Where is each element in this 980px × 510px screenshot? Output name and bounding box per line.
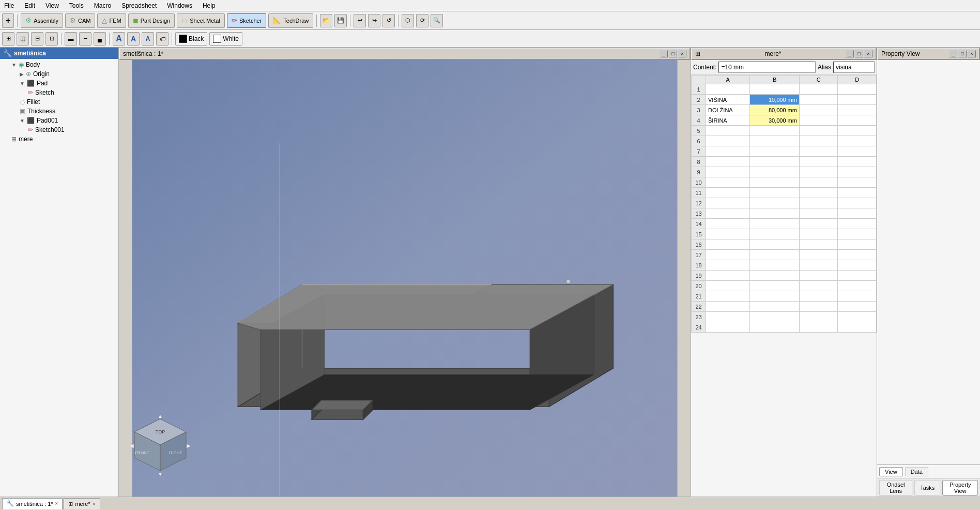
tab-smetisnica-close[interactable]: × [55, 501, 58, 506]
table-row[interactable]: 9 [692, 167, 877, 177]
cell-r24-c1[interactable] [750, 322, 800, 333]
cell-r15-c0[interactable] [706, 229, 750, 239]
cell-r19-c3[interactable] [838, 271, 877, 281]
menu-help[interactable]: Help [201, 1, 218, 10]
cell-r18-c0[interactable] [706, 260, 750, 271]
cell-r12-c2[interactable] [799, 198, 838, 208]
tree-item-fillet[interactable]: ◌ Fillet [18, 97, 117, 107]
cell-r22-c3[interactable] [838, 302, 877, 312]
viewport-close[interactable]: × [678, 50, 686, 57]
view-tab[interactable]: View [879, 467, 903, 476]
cell-r6-c1[interactable] [750, 136, 800, 146]
cell-r8-c0[interactable] [706, 157, 750, 167]
cell-r11-c3[interactable] [838, 188, 877, 198]
table-row[interactable]: 20 [692, 281, 877, 291]
cell-r20-c1[interactable] [750, 281, 800, 291]
undo-btn[interactable]: ↩ [354, 14, 366, 27]
cell-r10-c2[interactable] [799, 177, 838, 188]
body-expand-arrow[interactable]: ▼ [11, 62, 17, 68]
sketcher-button[interactable]: ✏ Sketcher [227, 13, 266, 28]
cell-r5-c0[interactable] [706, 126, 750, 136]
table-row[interactable]: 14 [692, 219, 877, 229]
cell-r16-c3[interactable] [838, 239, 877, 250]
cell-r6-c0[interactable] [706, 136, 750, 146]
col-D-header[interactable]: D [838, 76, 877, 84]
cell-r7-c1[interactable] [750, 146, 800, 157]
tree-content[interactable]: ▼ ◉ Body ▶ ⊕ Origin ▼ ⬛ Pad ✏ Sketch [0, 59, 118, 497]
cell-r24-c3[interactable] [838, 322, 877, 333]
viewport-maximize[interactable]: □ [669, 50, 677, 57]
table-row[interactable]: 7 [692, 146, 877, 157]
cell-r3-c0[interactable]: DOLŽINA [706, 105, 750, 115]
table-row[interactable]: 21 [692, 291, 877, 302]
right-minimize[interactable]: _ [949, 50, 957, 57]
cell-r12-c0[interactable] [706, 198, 750, 208]
tree-item-body[interactable]: ▼ ◉ Body [9, 60, 117, 69]
cell-r11-c2[interactable] [799, 188, 838, 198]
black-color-btn[interactable]: Black [175, 32, 207, 46]
cell-r3-c2[interactable] [799, 105, 838, 115]
medium-A-btn[interactable]: A [127, 32, 140, 46]
cell-r20-c2[interactable] [799, 281, 838, 291]
cell-r12-c3[interactable] [838, 198, 877, 208]
cell-r10-c1[interactable] [750, 177, 800, 188]
white-color-btn[interactable]: White [209, 32, 242, 46]
cell-r8-c3[interactable] [838, 157, 877, 167]
linewidth2-btn[interactable]: ━ [79, 32, 91, 46]
cell-r5-c1[interactable] [750, 126, 800, 136]
cell-r24-c0[interactable] [706, 322, 750, 333]
cell-r17-c1[interactable] [750, 250, 800, 260]
tag-btn[interactable]: 🏷 [156, 32, 169, 46]
cell-r4-c1[interactable]: 30,000 mm [750, 115, 800, 126]
cell-r10-c0[interactable] [706, 177, 750, 188]
table-row[interactable]: 6 [692, 136, 877, 146]
content-input[interactable] [718, 62, 816, 73]
layout2-btn[interactable]: ◫ [17, 32, 29, 46]
cell-r13-c3[interactable] [838, 208, 877, 219]
assembly-button[interactable]: ⚙ Assembly [21, 13, 63, 28]
tab-mere[interactable]: ⊞ mere* × [64, 498, 100, 509]
cell-r22-c1[interactable] [750, 302, 800, 312]
cell-r10-c3[interactable] [838, 177, 877, 188]
cell-r15-c2[interactable] [799, 229, 838, 239]
cell-r1-c2[interactable] [799, 84, 838, 95]
tree-item-thickness[interactable]: ▣ Thickness [18, 107, 117, 116]
cell-r16-c0[interactable] [706, 239, 750, 250]
tab-smetisnica[interactable]: 🔧 smetišnica : 1* × [2, 498, 63, 509]
refresh-btn[interactable]: ↺ [382, 14, 395, 27]
table-row[interactable]: 24 [692, 322, 877, 333]
cell-r6-c3[interactable] [838, 136, 877, 146]
cell-r14-c3[interactable] [838, 219, 877, 229]
table-row[interactable]: 15 [692, 229, 877, 239]
cell-r22-c0[interactable] [706, 302, 750, 312]
cell-r2-c1[interactable]: 10,000 mm [750, 95, 800, 105]
col-C-header[interactable]: C [799, 76, 838, 84]
small-A-btn[interactable]: A [142, 32, 154, 46]
table-row[interactable]: 8 [692, 157, 877, 167]
linewidth1-btn[interactable]: ▬ [65, 32, 77, 46]
sheet-grid[interactable]: A B C D 12VIŠINA10,000 mm3DOLŽINA80,000 … [691, 75, 877, 497]
cell-r18-c3[interactable] [838, 260, 877, 271]
pad001-expand-arrow[interactable]: ▼ [20, 118, 25, 124]
cell-r9-c3[interactable] [838, 167, 877, 177]
cell-r18-c2[interactable] [799, 260, 838, 271]
cell-r9-c0[interactable] [706, 167, 750, 177]
menu-spreadsheet[interactable]: Spreadsheet [119, 1, 159, 10]
cell-r11-c0[interactable] [706, 188, 750, 198]
cell-r20-c3[interactable] [838, 281, 877, 291]
rotate-btn[interactable]: ⟳ [416, 14, 428, 27]
cell-r16-c2[interactable] [799, 239, 838, 250]
viewport[interactable]: smetišnica : 1* _ □ × [119, 48, 691, 497]
tree-item-origin[interactable]: ▶ ⊕ Origin [18, 69, 117, 79]
cell-r14-c2[interactable] [799, 219, 838, 229]
pad-expand-arrow[interactable]: ▼ [20, 81, 25, 86]
cell-r7-c0[interactable] [706, 146, 750, 157]
table-row[interactable]: 12 [692, 198, 877, 208]
tree-item-sketch[interactable]: ✏ Sketch [26, 88, 117, 97]
linewidth3-btn[interactable]: ▄ [94, 32, 106, 46]
cell-r19-c1[interactable] [750, 271, 800, 281]
right-close[interactable]: × [968, 50, 976, 57]
table-row[interactable]: 3DOLŽINA80,000 mm [692, 105, 877, 115]
cell-r18-c1[interactable] [750, 260, 800, 271]
partdesign-button[interactable]: ◼ Part Design [128, 13, 175, 28]
